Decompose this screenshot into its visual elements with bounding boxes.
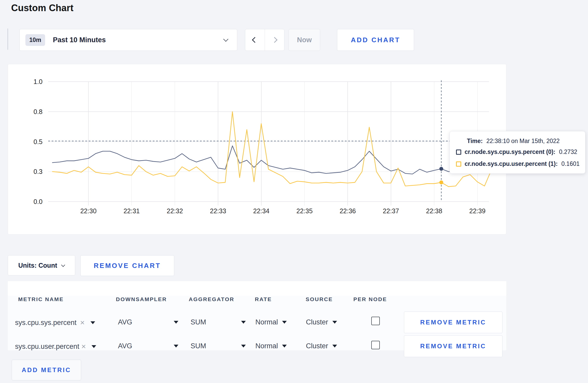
svg-text:22:31: 22:31 [123, 207, 140, 215]
svg-text:1.0: 1.0 [33, 78, 43, 85]
rate-select[interactable]: Normal [255, 318, 287, 326]
caret-down-icon [241, 321, 246, 324]
chart-card: 1.00.80.50.30.022:3022:3122:3222:3322:34… [8, 64, 506, 235]
toolbar-divider [8, 29, 8, 50]
col-header-rate: RATE [255, 296, 272, 302]
svg-text:0.0: 0.0 [33, 198, 43, 205]
caret-down-icon [174, 321, 178, 324]
svg-text:22:35: 22:35 [296, 207, 313, 215]
rate-select[interactable]: Normal [255, 342, 287, 350]
metric-name-select[interactable]: sys.cpu.user.percent × [15, 342, 96, 351]
metric-name-value: sys.cpu.sys.percent [15, 319, 76, 327]
remove-chart-button[interactable]: REMOVE CHART [80, 255, 174, 276]
svg-text:0.5: 0.5 [33, 138, 43, 145]
caret-down-icon [174, 345, 178, 347]
source-select[interactable]: Cluster [306, 342, 337, 350]
per-node-checkbox[interactable] [371, 317, 380, 325]
prev-time-button[interactable] [245, 29, 265, 51]
downsampler-select[interactable]: AVG [118, 318, 178, 326]
svg-text:22:32: 22:32 [167, 207, 183, 215]
caret-down-icon [332, 321, 337, 324]
chevron-down-icon [61, 263, 65, 267]
caret-down-icon [92, 345, 96, 348]
svg-text:0.3: 0.3 [33, 168, 43, 175]
tooltip-series-label: cr.node.sys.cpu.sys.percent (0): [465, 148, 555, 155]
aggregator-select[interactable]: SUM [191, 318, 246, 326]
line-chart[interactable]: 1.00.80.50.30.022:3022:3122:3222:3322:34… [8, 64, 507, 235]
svg-text:22:30: 22:30 [80, 207, 97, 215]
col-header-per-node: PER NODE [353, 296, 387, 302]
time-range-label: Past 10 Minutes [53, 36, 106, 44]
add-chart-button[interactable]: ADD CHART [337, 29, 414, 51]
svg-text:22:38: 22:38 [426, 207, 442, 215]
downsampler-value: AVG [118, 318, 132, 326]
col-header-metric-name: METRIC NAME [18, 296, 64, 302]
rate-value: Normal [255, 318, 278, 326]
caret-down-icon [282, 321, 287, 324]
metric-name-select[interactable]: sys.cpu.sys.percent × [15, 318, 95, 327]
svg-text:0.8: 0.8 [33, 108, 43, 115]
source-select[interactable]: Cluster [306, 318, 337, 326]
time-range-select[interactable]: 10m Past 10 Minutes [19, 29, 237, 51]
tooltip-series-value: 0.1601 [561, 160, 579, 167]
tooltip-series-label: cr.node.sys.cpu.user.percent (1): [465, 160, 558, 167]
chevron-right-icon [271, 37, 277, 43]
chevron-down-icon [223, 37, 228, 42]
time-pager [245, 29, 284, 51]
svg-text:22:37: 22:37 [383, 207, 399, 215]
aggregator-select[interactable]: SUM [191, 342, 246, 350]
chevron-left-icon [252, 37, 258, 43]
aggregator-value: SUM [191, 318, 206, 326]
svg-text:22:36: 22:36 [340, 207, 356, 215]
tooltip-series-row: cr.node.sys.cpu.sys.percent (0): 0.2732 [456, 148, 577, 155]
col-header-downsampler: DOWNSAMPLER [116, 296, 167, 302]
col-header-aggregator: AGGREGATOR [189, 296, 234, 302]
remove-metric-button[interactable]: REMOVE METRIC [404, 311, 502, 333]
now-button[interactable]: Now [289, 29, 320, 51]
svg-text:22:39: 22:39 [469, 207, 486, 215]
tooltip-time: Time:22:38:10 on Mar 15th, 2022 [467, 138, 560, 145]
tooltip-time-label: Time: [467, 138, 483, 144]
tooltip-time-value: 22:38:10 on Mar 15th, 2022 [486, 138, 560, 144]
svg-text:22:34: 22:34 [253, 207, 270, 215]
downsampler-value: AVG [118, 342, 132, 350]
table-top-strip [8, 281, 506, 296]
add-metric-button[interactable]: ADD METRIC [12, 360, 81, 380]
metric-name-value: sys.cpu.user.percent [15, 343, 79, 351]
units-select[interactable]: Units: Count [8, 255, 75, 275]
caret-down-icon [282, 345, 287, 347]
series-swatch-sys-icon [456, 150, 461, 155]
series-swatch-user-icon [456, 161, 461, 167]
source-value: Cluster [306, 342, 328, 350]
tooltip-series-value: 0.2732 [559, 148, 577, 155]
units-label: Units: Count [18, 262, 57, 269]
caret-down-icon [332, 345, 337, 347]
aggregator-value: SUM [191, 342, 206, 350]
svg-text:22:33: 22:33 [210, 207, 226, 215]
tooltip-series-row: cr.node.sys.cpu.user.percent (1): 0.1601 [456, 160, 580, 167]
chart-tooltip: Time:22:38:10 on Mar 15th, 2022 cr.node.… [450, 131, 585, 174]
caret-down-icon [241, 345, 246, 347]
downsampler-select[interactable]: AVG [118, 342, 178, 350]
rate-value: Normal [255, 342, 278, 350]
page-title: Custom Chart [11, 3, 73, 13]
remove-metric-x-icon[interactable]: × [81, 342, 86, 351]
source-value: Cluster [306, 318, 328, 326]
time-range-badge: 10m [25, 34, 45, 46]
caret-down-icon [90, 321, 95, 324]
col-header-source: SOURCE [306, 296, 333, 302]
per-node-checkbox[interactable] [371, 341, 380, 349]
next-time-button[interactable] [265, 29, 284, 51]
remove-metric-button[interactable]: REMOVE METRIC [404, 335, 502, 357]
remove-metric-x-icon[interactable]: × [80, 318, 85, 327]
